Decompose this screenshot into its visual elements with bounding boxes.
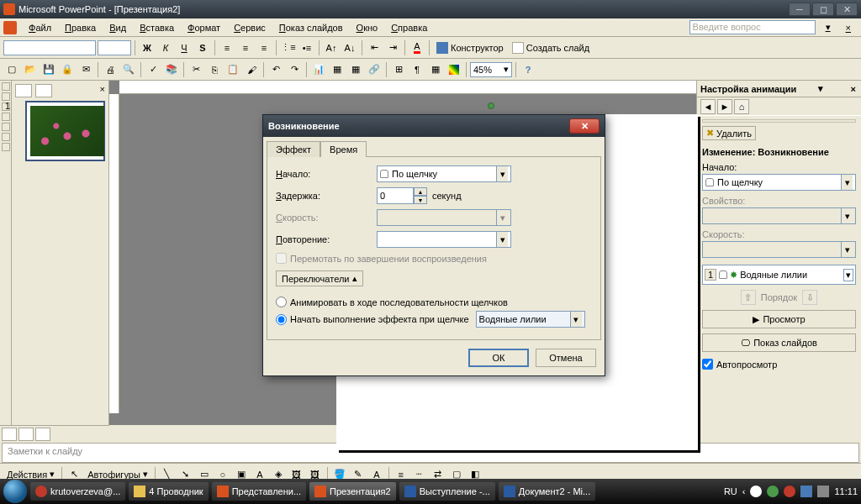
start-button[interactable]	[3, 480, 27, 503]
dialog-close-button[interactable]: ✕	[569, 118, 600, 134]
bold-button[interactable]: Ж	[139, 39, 156, 56]
tables-borders-button[interactable]: ▦	[347, 61, 364, 78]
taskpane-dropdown-icon[interactable]: ▾	[818, 83, 823, 94]
anim-item-dropdown[interactable]: ▾	[843, 269, 853, 281]
zoom-select[interactable]: 45%▾	[470, 62, 512, 77]
bullets-button[interactable]: •≡	[298, 39, 315, 56]
slideshow-view-button[interactable]	[35, 428, 50, 441]
delay-input[interactable]	[377, 187, 414, 204]
tp-start-select[interactable]: По щелчку▾	[702, 174, 856, 191]
remove-effect-button[interactable]: ✖Удалить	[702, 126, 756, 140]
panel-close-icon[interactable]: ×	[100, 84, 105, 97]
taskbar-item[interactable]: Документ2 - Mi...	[499, 482, 595, 501]
language-indicator[interactable]: RU	[724, 486, 737, 496]
tray-icon[interactable]	[800, 486, 812, 497]
outline-btn-7[interactable]	[2, 143, 10, 151]
preview-button[interactable]: ▶ Просмотр	[702, 310, 856, 328]
align-center-button[interactable]: ≡	[237, 39, 254, 56]
align-right-button[interactable]: ≡	[256, 39, 272, 56]
cancel-button[interactable]: Отмена	[536, 349, 596, 367]
delay-spinner[interactable]: ▲▼	[377, 187, 427, 204]
paste-button[interactable]: 📋	[224, 61, 241, 78]
sorter-view-button[interactable]	[18, 428, 34, 441]
help-search-input[interactable]: Введите вопрос	[689, 20, 816, 34]
menu-slideshow[interactable]: Показ слайдов	[272, 21, 350, 34]
mdi-close-icon[interactable]: ×	[839, 21, 858, 34]
menu-format[interactable]: Формат	[181, 21, 227, 34]
format-painter-button[interactable]: 🖌	[243, 61, 260, 78]
preview-button[interactable]: 🔍	[120, 61, 137, 78]
designer-button[interactable]: Конструктор	[433, 39, 507, 56]
slideshow-button[interactable]: 🖵 Показ слайдов	[702, 333, 856, 352]
hyperlink-button[interactable]: 🔗	[366, 61, 383, 78]
shadow-button[interactable]: S	[194, 39, 211, 56]
numbering-button[interactable]: ⋮≡	[280, 39, 297, 56]
increase-indent-button[interactable]: ⇥	[384, 39, 401, 56]
menu-file[interactable]: Файл	[22, 21, 58, 34]
trigger-object-select[interactable]: Водяные лилии▾	[476, 311, 585, 328]
add-effect-button[interactable]	[702, 119, 856, 123]
tray-icon[interactable]	[767, 486, 779, 497]
animation-list-item[interactable]: 1 ✸ Водяные лилии ▾	[702, 265, 856, 285]
triggers-toggle[interactable]: Переключатели ▴	[276, 270, 363, 286]
italic-button[interactable]: К	[157, 39, 174, 56]
tray-icon[interactable]	[784, 486, 795, 497]
new-slide-button[interactable]: Создать слайд	[509, 39, 593, 56]
menu-tools[interactable]: Сервис	[227, 21, 272, 34]
grid-button[interactable]: ▦	[427, 61, 444, 78]
trigger-click-radio[interactable]	[276, 314, 287, 325]
permission-button[interactable]: 🔒	[59, 61, 76, 78]
maximize-button[interactable]: ◻	[812, 3, 834, 16]
tab-effect[interactable]: Эффект	[267, 141, 320, 157]
spinner-up[interactable]: ▲	[414, 187, 427, 196]
close-button[interactable]: ✕	[836, 3, 858, 16]
decrease-indent-button[interactable]: ⇤	[366, 39, 383, 56]
menu-view[interactable]: Вид	[103, 21, 133, 34]
align-left-button[interactable]: ≡	[219, 39, 235, 56]
outline-btn-5[interactable]	[2, 123, 10, 131]
spinner-down[interactable]: ▼	[414, 196, 427, 204]
open-button[interactable]: 📂	[22, 61, 39, 78]
menu-window[interactable]: Окно	[350, 21, 385, 34]
decrease-font-button[interactable]: A↓	[341, 39, 358, 56]
undo-button[interactable]: ↶	[267, 61, 284, 78]
animation-marker-icon[interactable]	[488, 102, 494, 109]
tray-expand-icon[interactable]: ‹	[742, 486, 746, 496]
tab-timing[interactable]: Время	[320, 141, 367, 157]
clock[interactable]: 11:11	[834, 486, 858, 496]
outline-btn-4[interactable]	[2, 113, 10, 121]
move-up-button[interactable]: ⇧	[741, 290, 756, 305]
taskbar-item-active[interactable]: Презентация2	[309, 482, 396, 501]
tray-icon[interactable]	[750, 486, 762, 497]
start-select[interactable]: По щелчку▾	[377, 165, 511, 182]
show-formatting-button[interactable]: ¶	[409, 61, 425, 78]
spelling-button[interactable]: ✓	[145, 61, 161, 78]
copy-button[interactable]: ⎘	[206, 61, 223, 78]
autopreview-checkbox[interactable]	[702, 359, 713, 370]
taskbar-item[interactable]: krutoverzeva@...	[30, 482, 125, 501]
menu-help[interactable]: Справка	[384, 21, 434, 34]
ok-button[interactable]: ОК	[468, 349, 529, 367]
slide-thumbnail[interactable]	[25, 101, 105, 161]
tray-icon[interactable]	[817, 486, 829, 497]
taskpane-forward-button[interactable]: ►	[717, 99, 732, 114]
menu-edit[interactable]: Правка	[58, 21, 103, 34]
taskbar-item[interactable]: Представлени...	[212, 482, 306, 501]
trigger-sequence-radio[interactable]	[276, 297, 287, 307]
new-button[interactable]: ▢	[3, 61, 20, 78]
outline-tab[interactable]	[15, 84, 32, 97]
taskpane-home-button[interactable]: ⌂	[734, 99, 749, 114]
font-size-select[interactable]	[98, 40, 131, 55]
increase-font-button[interactable]: A↑	[323, 39, 340, 56]
redo-button[interactable]: ↷	[286, 61, 303, 78]
menu-insert[interactable]: Вставка	[133, 21, 181, 34]
taskpane-back-button[interactable]: ◄	[700, 99, 716, 114]
outline-btn-1[interactable]	[2, 82, 10, 91]
slides-tab[interactable]	[35, 84, 52, 97]
minimize-button[interactable]: ─	[789, 3, 811, 16]
expand-button[interactable]: ⊞	[390, 61, 407, 78]
font-family-select[interactable]	[3, 40, 96, 55]
email-button[interactable]: ✉	[77, 61, 94, 78]
table-button[interactable]: ▦	[329, 61, 346, 78]
color-button[interactable]	[446, 61, 462, 78]
